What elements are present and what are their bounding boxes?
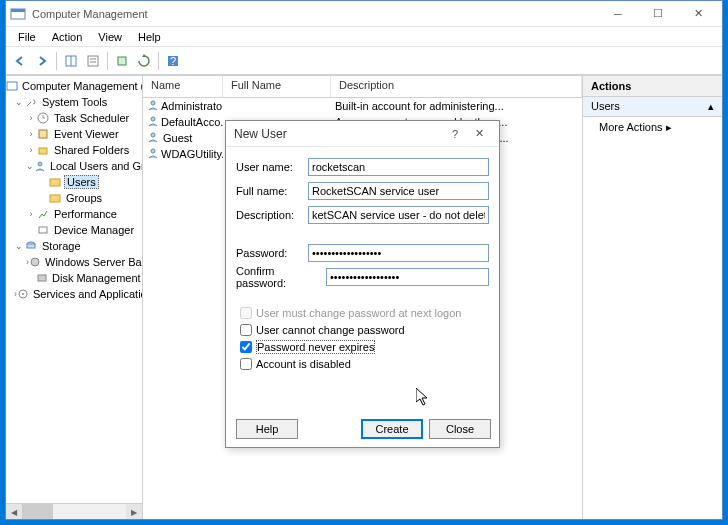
refresh-button[interactable] bbox=[134, 51, 154, 71]
description-input[interactable] bbox=[308, 206, 489, 224]
scroll-track[interactable] bbox=[22, 504, 126, 519]
svg-rect-14 bbox=[39, 130, 47, 138]
cell-name: WDAGUtility... bbox=[161, 148, 223, 160]
users-icon bbox=[34, 159, 46, 173]
close-button[interactable]: Close bbox=[429, 419, 491, 439]
tree-event-viewer[interactable]: Event Viewer bbox=[52, 128, 121, 140]
up-button[interactable] bbox=[61, 51, 81, 71]
actions-users-label: Users bbox=[591, 100, 620, 113]
back-button[interactable] bbox=[10, 51, 30, 71]
scroll-right-button[interactable]: ▶ bbox=[126, 504, 142, 519]
minimize-button[interactable]: ─ bbox=[598, 2, 638, 26]
tree-shared-folders[interactable]: Shared Folders bbox=[52, 144, 131, 156]
toolbar-separator bbox=[56, 52, 57, 70]
svg-point-25 bbox=[22, 293, 24, 295]
password-input[interactable] bbox=[308, 244, 489, 262]
toolbar-separator bbox=[107, 52, 108, 70]
dialog-title: New User bbox=[234, 127, 443, 141]
create-button[interactable]: Create bbox=[361, 419, 423, 439]
collapse-icon[interactable]: ⌄ bbox=[14, 241, 24, 251]
svg-point-27 bbox=[151, 117, 155, 121]
user-icon bbox=[147, 131, 161, 145]
tree-system-tools[interactable]: System Tools bbox=[40, 96, 109, 108]
expand-icon[interactable]: › bbox=[26, 113, 36, 123]
cell-description: Built-in account for administering... bbox=[331, 100, 582, 112]
list-header: Name Full Name Description bbox=[143, 76, 582, 98]
tree-device-manager[interactable]: Device Manager bbox=[52, 224, 136, 236]
dialog-titlebar: New User ? ✕ bbox=[226, 121, 499, 147]
scroll-left-button[interactable]: ◀ bbox=[6, 504, 22, 519]
event-icon bbox=[36, 127, 50, 141]
tree-performance[interactable]: Performance bbox=[52, 208, 119, 220]
properties-button[interactable] bbox=[83, 51, 103, 71]
username-label: User name: bbox=[236, 161, 308, 173]
tree-users[interactable]: Users bbox=[64, 175, 99, 189]
svg-rect-4 bbox=[88, 56, 98, 66]
collapse-icon[interactable]: ⌄ bbox=[26, 161, 34, 171]
toolbar: ? bbox=[6, 47, 722, 75]
dialog-help-button[interactable]: ? bbox=[443, 128, 467, 140]
export-button[interactable] bbox=[112, 51, 132, 71]
svg-rect-17 bbox=[50, 179, 60, 186]
svg-point-29 bbox=[151, 149, 155, 153]
tree-services[interactable]: Services and Applications bbox=[31, 288, 143, 300]
storage-icon bbox=[24, 239, 38, 253]
scroll-thumb[interactable] bbox=[22, 504, 53, 519]
user-icon bbox=[147, 115, 159, 129]
tree-storage[interactable]: Storage bbox=[40, 240, 83, 252]
maximize-button[interactable]: ☐ bbox=[638, 2, 678, 26]
confirm-password-input[interactable] bbox=[326, 268, 489, 286]
shared-icon bbox=[36, 143, 50, 157]
help-button[interactable]: Help bbox=[236, 419, 298, 439]
dialog-close-button[interactable]: ✕ bbox=[467, 127, 491, 140]
svg-point-22 bbox=[31, 258, 39, 266]
never-expires-checkbox[interactable] bbox=[240, 341, 252, 353]
menu-view[interactable]: View bbox=[90, 29, 130, 45]
action-more[interactable]: More Actions ▸ bbox=[583, 117, 722, 138]
list-row[interactable]: Administrator Built-in account for admin… bbox=[143, 98, 582, 114]
svg-text:?: ? bbox=[170, 55, 176, 67]
column-fullname[interactable]: Full Name bbox=[223, 76, 331, 97]
tree-root[interactable]: Computer Management (Local) bbox=[20, 80, 143, 92]
password-label: Password: bbox=[236, 247, 308, 259]
expand-icon[interactable]: › bbox=[26, 145, 36, 155]
cannot-change-checkbox[interactable] bbox=[240, 324, 252, 336]
svg-rect-10 bbox=[7, 82, 17, 90]
close-button[interactable]: ✕ bbox=[678, 2, 718, 26]
tree-task-scheduler[interactable]: Task Scheduler bbox=[52, 112, 131, 124]
dialog-buttons: Help Create Close bbox=[226, 411, 499, 447]
services-icon bbox=[17, 287, 29, 301]
help-button[interactable]: ? bbox=[163, 51, 183, 71]
tree-groups[interactable]: Groups bbox=[64, 192, 104, 204]
tree-pane[interactable]: Computer Management (Local) ⌄System Tool… bbox=[6, 76, 143, 519]
disabled-label: Account is disabled bbox=[256, 358, 351, 370]
new-user-dialog: New User ? ✕ User name: Full name: Descr… bbox=[225, 120, 500, 448]
cell-name: Administrator bbox=[161, 100, 223, 112]
svg-rect-7 bbox=[118, 57, 126, 65]
actions-header: Actions bbox=[583, 76, 722, 97]
fullname-input[interactable] bbox=[308, 182, 489, 200]
collapse-icon[interactable]: ⌄ bbox=[14, 97, 24, 107]
svg-rect-19 bbox=[39, 227, 47, 233]
menu-help[interactable]: Help bbox=[130, 29, 169, 45]
tree-disk-mgmt[interactable]: Disk Management bbox=[50, 272, 143, 284]
expand-icon[interactable]: › bbox=[26, 129, 36, 139]
actions-section[interactable]: Users ▴ bbox=[583, 97, 722, 117]
tree-local-users[interactable]: Local Users and Groups bbox=[48, 160, 143, 172]
expand-icon[interactable]: › bbox=[26, 209, 36, 219]
forward-button[interactable] bbox=[32, 51, 52, 71]
column-description[interactable]: Description bbox=[331, 76, 582, 97]
folder-icon bbox=[48, 191, 62, 205]
menu-file[interactable]: File bbox=[10, 29, 44, 45]
tree-scrollbar[interactable]: ◀ ▶ bbox=[6, 503, 142, 519]
collapse-icon[interactable]: ▴ bbox=[708, 100, 714, 113]
svg-point-16 bbox=[38, 162, 42, 166]
column-name[interactable]: Name bbox=[143, 76, 223, 97]
username-input[interactable] bbox=[308, 158, 489, 176]
backup-icon bbox=[29, 255, 41, 269]
disabled-checkbox[interactable] bbox=[240, 358, 252, 370]
menu-action[interactable]: Action bbox=[44, 29, 91, 45]
menubar: File Action View Help bbox=[6, 27, 722, 47]
tree-wsb[interactable]: Windows Server Backup bbox=[43, 256, 143, 268]
scheduler-icon bbox=[36, 111, 50, 125]
